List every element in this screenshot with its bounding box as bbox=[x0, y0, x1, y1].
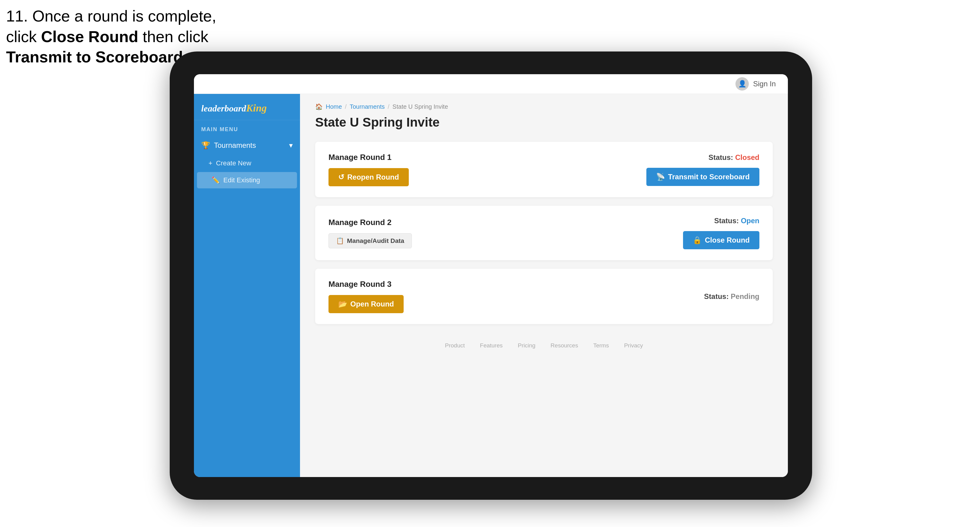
round3-status-value: Pending bbox=[730, 292, 759, 300]
sidebar: leaderboardKing MAIN MENU 🏆 Tournaments … bbox=[194, 94, 300, 477]
transmit-icon: 📡 bbox=[656, 173, 665, 181]
instruction-line3: then click bbox=[138, 28, 208, 45]
instruction-bold1: Close Round bbox=[41, 28, 138, 45]
round-card-1: Manage Round 1 ↺ Reopen Round Status: Cl… bbox=[315, 142, 773, 197]
footer-terms[interactable]: Terms bbox=[593, 342, 609, 349]
round3-left: Manage Round 3 📂 Open Round bbox=[328, 279, 404, 313]
close-round-button[interactable]: 🔒 Close Round bbox=[683, 231, 759, 249]
content-area: 🏠 Home / Tournaments / State U Spring In… bbox=[300, 94, 788, 477]
round2-right: Status: Open 🔒 Close Round bbox=[683, 217, 759, 249]
manage-audit-data-button[interactable]: 📋 Manage/Audit Data bbox=[328, 233, 412, 248]
logo: leaderboardKing bbox=[201, 102, 293, 114]
footer-features[interactable]: Features bbox=[480, 342, 503, 349]
tournaments-label: Tournaments bbox=[214, 141, 256, 149]
audit-icon: 📋 bbox=[336, 237, 344, 244]
logo-king: King bbox=[246, 102, 267, 114]
sign-in-label[interactable]: Sign In bbox=[753, 79, 776, 88]
content-footer: Product Features Pricing Resources Terms… bbox=[315, 342, 773, 358]
reopen-round-label: Reopen Round bbox=[347, 173, 399, 181]
round-card-2: Manage Round 2 📋 Manage/Audit Data Statu… bbox=[315, 206, 773, 260]
round2-status-value: Open bbox=[741, 217, 759, 225]
sign-in-area[interactable]: 👤 Sign In bbox=[735, 77, 776, 90]
breadcrumb-home[interactable]: Home bbox=[326, 103, 342, 110]
main-menu-label: MAIN MENU bbox=[194, 120, 300, 136]
open-round-label: Open Round bbox=[350, 300, 394, 308]
breadcrumb-tournaments[interactable]: Tournaments bbox=[350, 103, 385, 110]
round3-status: Status: Pending bbox=[704, 292, 759, 301]
close-round-label: Close Round bbox=[705, 236, 750, 244]
round2-title: Manage Round 2 bbox=[328, 218, 412, 227]
instruction-line2: click bbox=[6, 28, 41, 45]
transmit-to-scoreboard-button[interactable]: 📡 Transmit to Scoreboard bbox=[646, 168, 759, 186]
chevron-down-icon: ▾ bbox=[289, 141, 293, 149]
logo-area: leaderboardKing bbox=[194, 94, 300, 120]
footer-privacy[interactable]: Privacy bbox=[624, 342, 643, 349]
edit-existing-label: Edit Existing bbox=[223, 176, 260, 184]
breadcrumb-sep2: / bbox=[388, 103, 390, 110]
top-bar: 👤 Sign In bbox=[194, 74, 788, 94]
footer-product[interactable]: Product bbox=[445, 342, 465, 349]
round3-title: Manage Round 3 bbox=[328, 279, 404, 289]
round1-status-value: Closed bbox=[735, 153, 759, 162]
create-new-label: Create New bbox=[216, 159, 251, 167]
round2-status: Status: Open bbox=[714, 217, 759, 225]
sidebar-subitem-edit-existing[interactable]: ✏️ Edit Existing bbox=[197, 172, 297, 188]
open-icon: 📂 bbox=[338, 300, 347, 308]
reopen-icon: ↺ bbox=[338, 173, 344, 181]
open-round-button[interactable]: 📂 Open Round bbox=[328, 295, 404, 313]
reopen-round-button[interactable]: ↺ Reopen Round bbox=[328, 168, 409, 186]
breadcrumb-current: State U Spring Invite bbox=[393, 103, 448, 110]
round1-left: Manage Round 1 ↺ Reopen Round bbox=[328, 152, 409, 186]
round1-title: Manage Round 1 bbox=[328, 152, 409, 162]
round1-right: Status: Closed 📡 Transmit to Scoreboard bbox=[646, 153, 759, 186]
breadcrumb-sep1: / bbox=[345, 103, 347, 110]
breadcrumb-home-icon: 🏠 bbox=[315, 103, 323, 110]
instruction-line1: 11. Once a round is complete, bbox=[6, 7, 216, 25]
round1-status: Status: Closed bbox=[708, 153, 759, 162]
logo-leaderboard: leaderboard bbox=[201, 103, 246, 113]
sidebar-subitem-create-new[interactable]: + Create New bbox=[194, 155, 300, 171]
footer-pricing[interactable]: Pricing bbox=[518, 342, 535, 349]
lock-icon: 🔒 bbox=[693, 236, 702, 244]
round2-left: Manage Round 2 📋 Manage/Audit Data bbox=[328, 218, 412, 248]
round3-right: Status: Pending bbox=[704, 292, 759, 301]
avatar: 👤 bbox=[735, 77, 749, 90]
page-title: State U Spring Invite bbox=[315, 115, 773, 130]
instruction-bold2: Transmit to Scoreboard. bbox=[6, 48, 187, 66]
transmit-to-scoreboard-label: Transmit to Scoreboard bbox=[668, 173, 750, 181]
round-card-3: Manage Round 3 📂 Open Round Status: Pend… bbox=[315, 269, 773, 324]
breadcrumb: 🏠 Home / Tournaments / State U Spring In… bbox=[315, 103, 773, 110]
tablet-frame: 👤 Sign In leaderboardKing MAIN MENU 🏆 bbox=[170, 51, 812, 500]
manage-audit-label: Manage/Audit Data bbox=[347, 237, 404, 244]
sidebar-item-tournaments[interactable]: 🏆 Tournaments ▾ bbox=[194, 136, 300, 155]
tournaments-item-left: 🏆 Tournaments bbox=[201, 141, 256, 149]
plus-icon: + bbox=[208, 159, 212, 167]
main-layout: leaderboardKing MAIN MENU 🏆 Tournaments … bbox=[194, 94, 788, 477]
edit-icon: ✏️ bbox=[212, 176, 220, 184]
tablet-screen: 👤 Sign In leaderboardKing MAIN MENU 🏆 bbox=[194, 74, 788, 477]
footer-resources[interactable]: Resources bbox=[550, 342, 578, 349]
trophy-icon: 🏆 bbox=[201, 141, 210, 149]
